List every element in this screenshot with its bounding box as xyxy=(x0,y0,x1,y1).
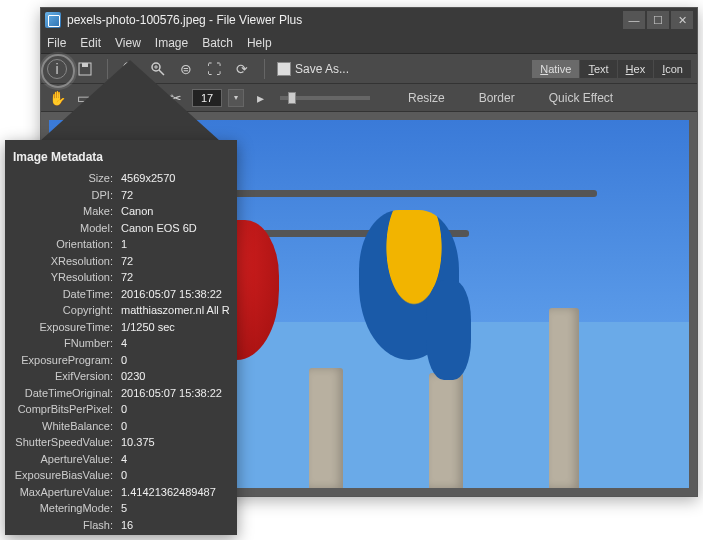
metadata-row: ExposureBiasValue:0 xyxy=(13,467,229,484)
tab-native[interactable]: Native xyxy=(532,60,579,78)
metadata-row: ApertureValue:4 xyxy=(13,451,229,468)
metadata-key: Flash: xyxy=(13,517,121,534)
metadata-value: 1 xyxy=(121,236,229,253)
maximize-button[interactable]: ☐ xyxy=(647,11,669,29)
save-as-button[interactable]: Save As... xyxy=(277,62,349,76)
metadata-value: 0230 xyxy=(121,368,229,385)
metadata-value: 0 xyxy=(121,418,229,435)
tab-icon[interactable]: Icon xyxy=(654,60,691,78)
metadata-row: ComprBitsPerPixel:0 xyxy=(13,401,229,418)
metadata-value: 1/1250 sec xyxy=(121,319,229,336)
menu-batch[interactable]: Batch xyxy=(202,36,233,50)
menu-image[interactable]: Image xyxy=(155,36,188,50)
metadata-key: DateTime: xyxy=(13,286,121,303)
metadata-value: 4 xyxy=(121,451,229,468)
metadata-value: 2016:05:07 15:38:22 xyxy=(121,385,229,402)
quick-effect-button[interactable]: Quick Effect xyxy=(549,91,613,105)
metadata-row: Make:Canon xyxy=(13,203,229,220)
metadata-value: 2016:05:07 15:38:22 xyxy=(121,286,229,303)
metadata-key: XResolution: xyxy=(13,253,121,270)
metadata-key: ExposureBiasValue: xyxy=(13,467,121,484)
metadata-row: ExposureProgram:0 xyxy=(13,352,229,369)
menubar: File Edit View Image Batch Help xyxy=(41,32,697,54)
disk-icon xyxy=(277,62,291,76)
menu-help[interactable]: Help xyxy=(247,36,272,50)
metadata-row: ExifVersion:0230 xyxy=(13,368,229,385)
slider-min-icon: ▸ xyxy=(250,88,270,108)
metadata-value: 0 xyxy=(121,352,229,369)
metadata-key: MaxApertureValue: xyxy=(13,484,121,501)
menu-view[interactable]: View xyxy=(115,36,141,50)
window-title: pexels-photo-100576.jpeg - File Viewer P… xyxy=(67,13,623,27)
metadata-heading: Image Metadata xyxy=(13,150,229,164)
metadata-row: DPI:72 xyxy=(13,187,229,204)
save-as-label: Save As... xyxy=(295,62,349,76)
metadata-value: 50 xyxy=(121,533,229,535)
tab-text[interactable]: Text xyxy=(580,60,616,78)
metadata-key: ExifVersion: xyxy=(13,368,121,385)
metadata-value: Canon xyxy=(121,203,229,220)
metadata-value: 4569x2570 xyxy=(121,170,229,187)
metadata-key: ShutterSpeedValue: xyxy=(13,434,121,451)
metadata-key: Copyright: xyxy=(13,302,121,319)
tab-hex[interactable]: Hex xyxy=(618,60,654,78)
app-icon xyxy=(45,12,61,28)
metadata-row: FocalLength:50 xyxy=(13,533,229,535)
metadata-value: 72 xyxy=(121,187,229,204)
metadata-row: Orientation:1 xyxy=(13,236,229,253)
metadata-key: DPI: xyxy=(13,187,121,204)
info-button-highlight xyxy=(41,54,75,88)
metadata-value: 4 xyxy=(121,335,229,352)
metadata-key: Model: xyxy=(13,220,121,237)
titlebar: pexels-photo-100576.jpeg - File Viewer P… xyxy=(41,8,697,32)
metadata-row: Size:4569x2570 xyxy=(13,170,229,187)
close-button[interactable]: ✕ xyxy=(671,11,693,29)
metadata-row: DateTime:2016:05:07 15:38:22 xyxy=(13,286,229,303)
metadata-value: 16 xyxy=(121,517,229,534)
metadata-key: MeteringMode: xyxy=(13,500,121,517)
metadata-value: 0 xyxy=(121,467,229,484)
metadata-key: YResolution: xyxy=(13,269,121,286)
metadata-panel: Image Metadata Size:4569x2570DPI:72Make:… xyxy=(5,140,237,535)
metadata-key: ExposureProgram: xyxy=(13,352,121,369)
metadata-key: Size: xyxy=(13,170,121,187)
metadata-value: 0 xyxy=(121,401,229,418)
metadata-value: 72 xyxy=(121,253,229,270)
resize-button[interactable]: Resize xyxy=(408,91,445,105)
metadata-value: 72 xyxy=(121,269,229,286)
metadata-row: Model:Canon EOS 6D xyxy=(13,220,229,237)
metadata-value: Canon EOS 6D xyxy=(121,220,229,237)
metadata-value: matthiaszomer.nl All Rights Res xyxy=(121,302,229,319)
metadata-value: 10.375 xyxy=(121,434,229,451)
zoom-slider[interactable] xyxy=(280,96,370,100)
metadata-row: ExposureTime:1/1250 sec xyxy=(13,319,229,336)
menu-file[interactable]: File xyxy=(47,36,66,50)
metadata-key: FocalLength: xyxy=(13,533,121,535)
metadata-row: Copyright:matthiaszomer.nl All Rights Re… xyxy=(13,302,229,319)
metadata-key: DateTimeOriginal: xyxy=(13,385,121,402)
separator xyxy=(264,59,265,79)
slider-thumb[interactable] xyxy=(288,92,296,104)
metadata-row: XResolution:72 xyxy=(13,253,229,270)
minimize-button[interactable]: — xyxy=(623,11,645,29)
metadata-value: 5 xyxy=(121,500,229,517)
window-controls: — ☐ ✕ xyxy=(623,11,693,29)
metadata-key: WhiteBalance: xyxy=(13,418,121,435)
metadata-key: ComprBitsPerPixel: xyxy=(13,401,121,418)
menu-edit[interactable]: Edit xyxy=(80,36,101,50)
metadata-row: Flash:16 xyxy=(13,517,229,534)
metadata-key: Make: xyxy=(13,203,121,220)
metadata-row: ShutterSpeedValue:10.375 xyxy=(13,434,229,451)
metadata-row: MeteringMode:5 xyxy=(13,500,229,517)
view-mode-tabs: Native Text Hex Icon xyxy=(532,60,691,78)
metadata-value: 1.41421362489487 xyxy=(121,484,229,501)
metadata-row: DateTimeOriginal:2016:05:07 15:38:22 xyxy=(13,385,229,402)
crop-stepper[interactable]: ▾ xyxy=(228,89,244,107)
refresh-icon[interactable]: ⟳ xyxy=(232,59,252,79)
metadata-key: Orientation: xyxy=(13,236,121,253)
metadata-row: WhiteBalance:0 xyxy=(13,418,229,435)
border-button[interactable]: Border xyxy=(479,91,515,105)
metadata-list: Size:4569x2570DPI:72Make:CanonModel:Cano… xyxy=(13,170,229,535)
metadata-row: MaxApertureValue:1.41421362489487 xyxy=(13,484,229,501)
metadata-key: FNumber: xyxy=(13,335,121,352)
